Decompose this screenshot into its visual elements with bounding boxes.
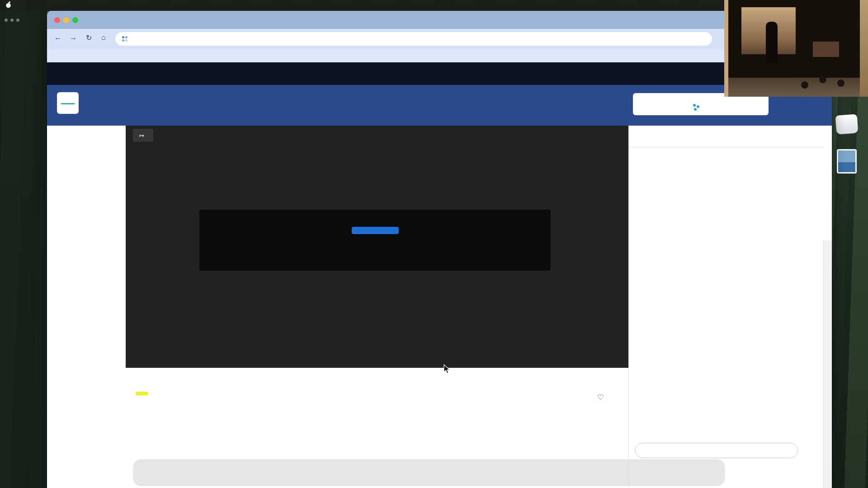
- reply-input[interactable]: [635, 443, 798, 458]
- apple-menu-icon[interactable]: [5, 1, 11, 9]
- mp4-file-label[interactable]: [826, 97, 868, 103]
- event-header: [47, 85, 832, 126]
- terminal-traffic-lights: [0, 11, 47, 23]
- reload-button[interactable]: ↻: [86, 33, 92, 42]
- reply-bar: [629, 439, 824, 462]
- shirt-image-icon[interactable]: [835, 114, 859, 135]
- session-tag[interactable]: [136, 392, 148, 395]
- webcam-feed: [724, 0, 868, 97]
- tab-strip: [47, 11, 832, 29]
- room-pillar: [724, 0, 728, 97]
- desktop-right-icons: [826, 97, 868, 350]
- audience-head: [837, 80, 844, 87]
- site-settings-icon[interactable]: [122, 36, 128, 42]
- room-pillar: [860, 0, 868, 97]
- zoom-window-button[interactable]: [72, 17, 78, 23]
- show-agenda-icon: ↦: [139, 132, 144, 139]
- browser-scrollbar[interactable]: [823, 240, 832, 488]
- address-bar[interactable]: [115, 32, 712, 46]
- chat-tabs: [629, 129, 824, 148]
- send-button[interactable]: [812, 446, 818, 446]
- audience-head: [801, 81, 808, 89]
- portal-body: ↦ ♡: [47, 126, 832, 488]
- dock: [133, 459, 725, 486]
- chrome-window: ← → ↻ ⌂ ☆: [47, 11, 832, 488]
- minimize-window-button[interactable]: [63, 17, 69, 23]
- presenter-silhouette: [766, 22, 778, 63]
- speaker-notice: [199, 210, 551, 271]
- home-button[interactable]: ⌂: [101, 33, 106, 42]
- browser-toolbar: ← → ↻ ⌂ ☆: [47, 29, 832, 49]
- session-video-area: ↦: [126, 126, 628, 368]
- bookmarks-bar: [47, 49, 832, 62]
- room-monitor: [813, 42, 839, 57]
- sidebar: [47, 126, 126, 488]
- session-main: ↦ ♡: [126, 126, 628, 488]
- desktop-screen: ← → ↻ ⌂ ☆: [0, 0, 868, 488]
- close-window-button[interactable]: [54, 17, 60, 23]
- forward-button[interactable]: →: [70, 33, 77, 42]
- audience-area: [724, 78, 868, 97]
- likes[interactable]: ♡: [597, 393, 607, 402]
- watch-video-button[interactable]: [352, 227, 399, 234]
- heart-icon[interactable]: ♡: [597, 393, 604, 402]
- audience-head: [819, 76, 826, 83]
- event-subtitle: [86, 106, 94, 113]
- neo4j-logo-icon: [693, 100, 702, 108]
- terminal-output: [0, 23, 47, 30]
- kgc-logo: [57, 92, 79, 114]
- screenshots-folder-icon[interactable]: [837, 149, 857, 174]
- mouse-cursor: [443, 364, 452, 376]
- back-button[interactable]: ←: [54, 33, 61, 42]
- chat-panel: [628, 126, 824, 488]
- chat-messages: [629, 148, 824, 430]
- whova-navbar: [47, 62, 832, 85]
- terminal-window[interactable]: [0, 11, 47, 488]
- show-agenda-button[interactable]: ↦: [133, 129, 153, 142]
